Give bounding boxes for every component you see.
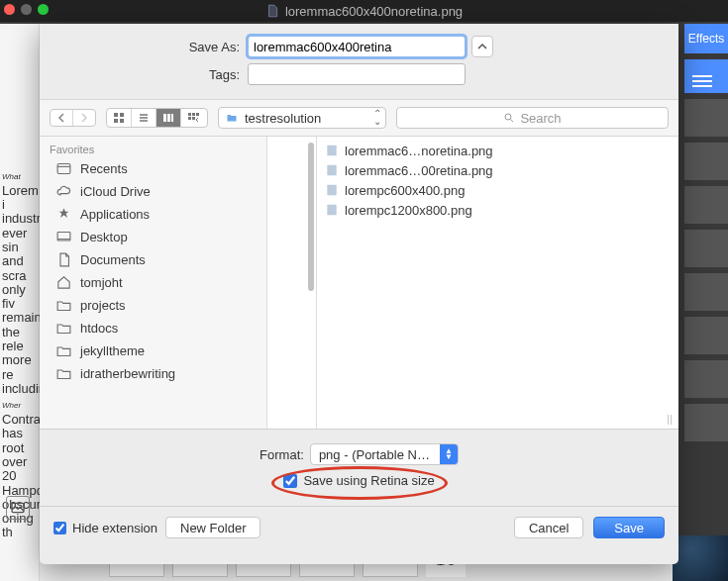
svg-rect-5 <box>163 114 166 122</box>
file-list[interactable]: loremmac6…noretina.png loremmac6…00retin… <box>317 137 678 429</box>
collapse-button[interactable] <box>471 36 493 57</box>
save-as-input[interactable] <box>248 36 466 57</box>
window-title: loremmac600x400noretina.png <box>285 4 463 19</box>
new-folder-button[interactable]: New Folder <box>165 517 260 538</box>
scrollbar[interactable] <box>308 143 314 291</box>
svg-rect-1 <box>114 113 118 117</box>
sidebar-item-recents[interactable]: Recents <box>40 157 266 180</box>
svg-rect-4 <box>120 119 124 123</box>
minimize-window-icon[interactable] <box>21 4 32 15</box>
svg-rect-16 <box>327 145 336 156</box>
format-value: png - (Portable N… <box>319 447 430 462</box>
panel-slot <box>684 230 728 267</box>
panel-slot <box>684 273 728 311</box>
adjustments-icon[interactable] <box>684 59 728 93</box>
sidebar-item-desktop[interactable]: Desktop <box>40 226 266 248</box>
sidebar-item-documents[interactable]: Documents <box>40 248 266 271</box>
panel-slot <box>684 99 728 137</box>
popup-arrows-icon: ⌃⌄ <box>373 110 381 126</box>
file-icon <box>325 183 339 197</box>
sidebar-item-icloud[interactable]: iCloud Drive <box>40 180 266 203</box>
close-window-icon[interactable] <box>4 4 15 15</box>
save-as-label: Save As: <box>59 40 248 54</box>
icon-view-icon[interactable] <box>107 109 132 127</box>
save-dialog: Save As: Tags: testresolution ⌃⌄ <box>40 24 678 564</box>
view-mode-segment[interactable] <box>106 108 208 128</box>
hide-extension-row[interactable]: Hide extension <box>53 521 157 535</box>
format-label: Format: <box>260 447 304 462</box>
editor-left-strip: What Lorem i industry ever sin and scra … <box>0 24 40 581</box>
nav-back-forward[interactable] <box>50 109 96 127</box>
sidebar-group-label: Favorites <box>40 141 266 157</box>
location-popup[interactable]: testresolution ⌃⌄ <box>218 107 386 129</box>
hide-extension-checkbox[interactable] <box>53 522 66 534</box>
location-name: testresolution <box>245 111 321 126</box>
back-button[interactable] <box>51 110 73 126</box>
sidebar-item-projects[interactable]: projects <box>40 294 266 317</box>
list-view-icon[interactable] <box>132 109 156 127</box>
file-item[interactable]: lorempc1200x800.png <box>325 200 671 220</box>
svg-rect-19 <box>327 205 336 216</box>
file-name: loremmac6…noretina.png <box>345 144 493 158</box>
svg-rect-10 <box>196 113 199 116</box>
svg-rect-12 <box>192 117 195 120</box>
effects-tab[interactable]: Effects <box>684 24 728 53</box>
tags-label: Tags: <box>59 67 248 82</box>
retina-checkbox[interactable] <box>283 474 297 488</box>
file-name: loremmac6…00retina.png <box>345 163 493 178</box>
retina-checkbox-row[interactable]: Save using Retina size <box>283 473 434 488</box>
window-titlebar: loremmac600x400noretina.png <box>0 0 728 22</box>
file-icon <box>325 203 339 217</box>
save-button[interactable]: Save <box>593 517 665 538</box>
panel-slot <box>684 360 728 398</box>
zoom-window-icon[interactable] <box>38 4 49 15</box>
cancel-button[interactable]: Cancel <box>514 517 583 538</box>
search-placeholder: Search <box>520 111 561 126</box>
svg-rect-14 <box>57 164 70 174</box>
sidebar-item-applications[interactable]: Applications <box>40 203 266 226</box>
panel-slot <box>684 404 728 441</box>
hide-extension-label: Hide extension <box>72 521 157 535</box>
sidebar-item-label: projects <box>80 298 126 313</box>
format-select[interactable]: png - (Portable N… ▲▼ <box>310 443 459 465</box>
sidebar-item-home[interactable]: tomjoht <box>40 271 266 294</box>
svg-rect-18 <box>327 185 336 196</box>
sidebar-item-label: Desktop <box>80 230 128 244</box>
background-document-preview: What Lorem i industry ever sin and scra … <box>2 167 36 540</box>
dialog-toolbar: testresolution ⌃⌄ Search <box>40 99 678 137</box>
document-icon <box>265 4 279 18</box>
sidebar-item-label: idratherbewriting <box>80 366 175 381</box>
column-view-icon[interactable] <box>156 109 181 127</box>
search-field[interactable]: Search <box>396 107 669 129</box>
sidebar-item-jekylltheme[interactable]: jekylltheme <box>40 339 266 362</box>
forward-button[interactable] <box>73 110 95 126</box>
tags-input[interactable] <box>248 63 466 85</box>
file-item[interactable]: lorempc600x400.png <box>325 180 671 200</box>
svg-rect-8 <box>188 113 191 116</box>
panel-slot <box>684 143 728 180</box>
sidebar-item-label: Applications <box>80 207 150 222</box>
file-icon <box>325 144 339 157</box>
sidebar-item-label: jekylltheme <box>80 343 145 358</box>
file-icon <box>325 163 339 177</box>
sidebar-item-label: tomjoht <box>80 275 123 290</box>
gallery-view-icon[interactable] <box>181 109 207 127</box>
file-item[interactable]: loremmac6…00retina.png <box>325 160 671 180</box>
traffic-lights[interactable] <box>4 4 49 15</box>
sidebar-item-label: htdocs <box>80 321 118 336</box>
svg-rect-6 <box>167 114 170 122</box>
resize-handle-icon[interactable]: || <box>667 413 673 425</box>
panel-slot <box>684 186 728 224</box>
favorites-sidebar[interactable]: Favorites Recents iCloud Drive Applicati… <box>40 137 267 429</box>
retina-label: Save using Retina size <box>303 473 434 488</box>
file-item[interactable]: loremmac6…noretina.png <box>325 141 671 160</box>
folder-icon <box>225 112 239 124</box>
image-tool-icon[interactable] <box>6 496 30 520</box>
svg-point-13 <box>505 114 511 120</box>
corner-decoration <box>673 535 728 581</box>
dialog-footer: Hide extension New Folder Cancel Save <box>40 506 678 548</box>
sidebar-item-idratherbewriting[interactable]: idratherbewriting <box>40 362 266 385</box>
svg-rect-17 <box>327 165 336 176</box>
sidebar-item-htdocs[interactable]: htdocs <box>40 317 266 339</box>
svg-rect-3 <box>114 119 118 123</box>
